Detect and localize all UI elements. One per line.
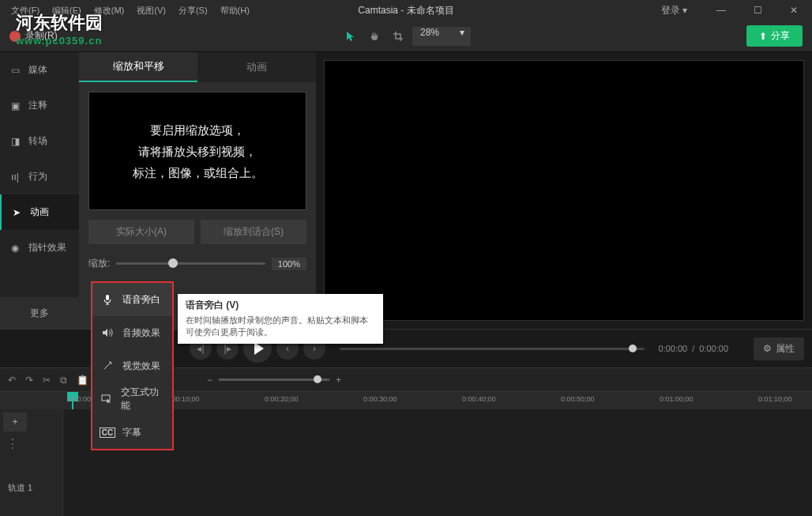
sidebar-item-behaviors[interactable]: ıı| 行为 (0, 159, 79, 194)
pointer-tool-icon[interactable] (341, 27, 360, 46)
svg-rect-0 (106, 295, 109, 300)
copy-icon[interactable]: ⧉ (60, 375, 67, 386)
zoom-in-icon[interactable]: + (336, 375, 341, 386)
ruler-tick: 0:00:00 (67, 395, 91, 403)
scale-to-fit-button[interactable]: 缩放到适合(S) (201, 220, 306, 244)
sidebar-item-cursor[interactable]: ◉ 指针效果 (0, 230, 79, 266)
sidebar-item-animations[interactable]: ➤ 动画 (0, 194, 79, 230)
share-icon: ⬆ (759, 31, 767, 42)
popup-item-captions[interactable]: CC 字幕 (92, 416, 172, 449)
zoom-dropdown[interactable]: 28% ▾ (412, 27, 471, 46)
cursor-icon: ◉ (8, 243, 22, 254)
ruler-tick: 0:00:30;00 (363, 395, 397, 403)
undo-icon[interactable]: ↶ (8, 375, 16, 386)
sidebar-item-transitions[interactable]: ◨ 转场 (0, 123, 79, 159)
ruler-tick: 0:00:50;00 (561, 395, 595, 403)
toolbar: 录制(R) 28% ▾ ⬆ 分享 (0, 21, 812, 52)
scrubber[interactable] (340, 348, 645, 350)
share-button[interactable]: ⬆ 分享 (746, 25, 803, 47)
record-button[interactable]: 录制(R) (0, 21, 67, 52)
ruler-tick: 0:01:10;00 (758, 395, 792, 403)
login-button[interactable]: 登录 ▾ (661, 4, 687, 17)
paste-icon[interactable]: 📋 (77, 375, 88, 386)
mic-icon (100, 294, 115, 305)
tooltip: 语音旁白 (V) 在时间轴播放时录制您的声音。粘贴文本和脚本可使旁白更易于阅读。 (178, 294, 383, 344)
time-sep: / (692, 344, 694, 353)
cut-icon[interactable]: ✂ (43, 375, 51, 386)
track-header: + ⋮ 轨道 1 (0, 409, 63, 516)
zoom-label: 缩放: (88, 257, 110, 270)
cc-icon: CC (100, 427, 115, 438)
menu-view[interactable]: 视图(V) (130, 5, 172, 17)
minimize-button[interactable]: — (703, 0, 739, 21)
crop-tool-icon[interactable] (389, 27, 408, 46)
properties-button[interactable]: ⚙ 属性 (754, 337, 804, 360)
zoom-slider[interactable] (116, 262, 265, 265)
ruler-tick: 0:00:40;00 (462, 395, 496, 403)
interactive-icon (100, 394, 113, 404)
behavior-icon: ıı| (8, 171, 22, 183)
media-icon: ▭ (8, 65, 22, 76)
ruler-tick: 0:01:00;00 (660, 395, 694, 403)
preview-canvas[interactable] (324, 60, 804, 321)
tab-zoom-pan[interactable]: 缩放和平移 (79, 52, 197, 82)
tab-animation[interactable]: 动画 (197, 52, 316, 82)
record-icon (9, 31, 21, 42)
redo-icon[interactable]: ↷ (25, 375, 33, 386)
popup-item-audio-fx[interactable]: 音频效果 (92, 316, 172, 349)
actual-size-button[interactable]: 实际大小(A) (88, 220, 194, 244)
sidebar-item-media[interactable]: ▭ 媒体 (0, 52, 79, 88)
zoom-out-icon[interactable]: − (207, 375, 212, 386)
menubar: 文件(F) 编辑(E) 修改(M) 视图(V) 分享(S) 帮助(H) Camt… (0, 0, 812, 21)
time-current: 0:00:00 (659, 344, 688, 353)
menu-share[interactable]: 分享(S) (172, 5, 214, 17)
svg-rect-1 (102, 395, 110, 401)
time-total: 0:00:00 (699, 344, 728, 353)
more-popup-menu: 语音旁白 音频效果 视觉效果 交互式功能 CC 字幕 (91, 281, 174, 450)
record-label: 录制(R) (25, 29, 58, 43)
gear-icon: ⚙ (763, 343, 772, 354)
wand-icon (100, 360, 115, 371)
popup-item-visual-fx[interactable]: 视觉效果 (92, 349, 172, 382)
ruler-tick: 0:00:20;00 (265, 395, 299, 403)
animation-icon: ➤ (9, 207, 24, 218)
close-button[interactable]: ✕ (776, 0, 812, 21)
add-track-button[interactable]: + (3, 412, 27, 431)
timeline-zoom-slider[interactable] (219, 379, 329, 381)
maximize-button[interactable]: ☐ (739, 0, 776, 21)
popup-item-narration[interactable]: 语音旁白 (92, 283, 172, 316)
hand-tool-icon[interactable] (365, 27, 384, 46)
canvas-area (316, 52, 812, 329)
sidebar-more-button[interactable]: 更多 (0, 297, 79, 329)
annotation-icon: ▣ (8, 100, 22, 111)
tooltip-body: 在时间轴播放时录制您的声音。粘贴文本和脚本可使旁白更易于阅读。 (186, 314, 375, 339)
window-title: Camtasia - 未命名项目 (358, 4, 453, 17)
menu-edit[interactable]: 编辑(E) (46, 5, 88, 17)
tooltip-title: 语音旁白 (V) (186, 299, 375, 312)
zoom-preview: 要启用缩放选项， 请将播放头移到视频， 标注，图像，或组合上。 (88, 92, 306, 210)
transition-icon: ◨ (8, 136, 22, 147)
sidebar: ▭ 媒体 ▣ 注释 ◨ 转场 ıı| 行为 ➤ 动画 ◉ 指针效果 更多 (0, 52, 79, 329)
menu-file[interactable]: 文件(F) (5, 5, 46, 17)
track-label: 轨道 1 (0, 476, 40, 500)
zoom-value: 100% (272, 258, 306, 270)
sidebar-item-annotations[interactable]: ▣ 注释 (0, 88, 79, 123)
speaker-icon (100, 328, 115, 337)
popup-item-interactive[interactable]: 交互式功能 (92, 382, 172, 416)
menu-modify[interactable]: 修改(M) (88, 5, 131, 17)
menu-help[interactable]: 帮助(H) (214, 5, 256, 17)
